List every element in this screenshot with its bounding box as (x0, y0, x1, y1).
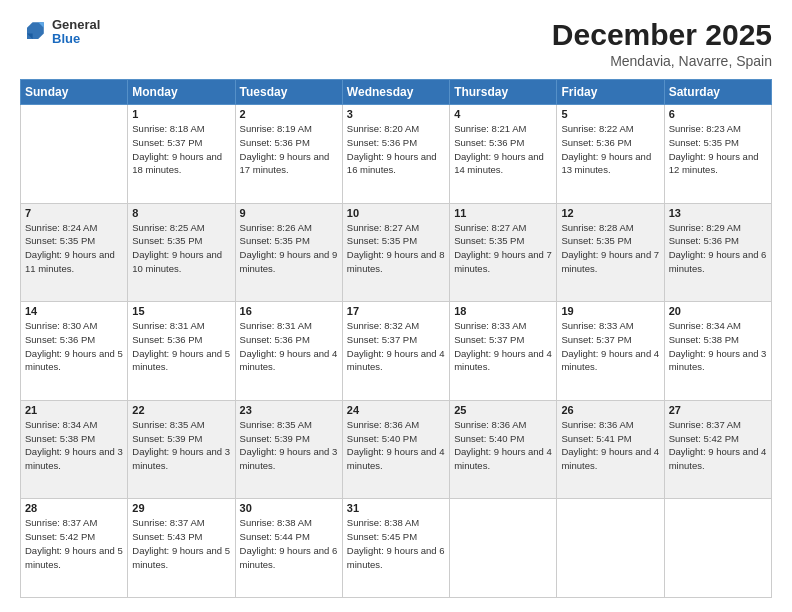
day-number: 8 (132, 207, 230, 219)
col-tuesday: Tuesday (235, 80, 342, 105)
day-info: Sunrise: 8:37 AMSunset: 5:42 PMDaylight:… (25, 516, 123, 571)
table-row: 14 Sunrise: 8:30 AMSunset: 5:36 PMDaylig… (21, 302, 128, 401)
col-wednesday: Wednesday (342, 80, 449, 105)
table-row: 12 Sunrise: 8:28 AMSunset: 5:35 PMDaylig… (557, 203, 664, 302)
header: General Blue December 2025 Mendavia, Nav… (20, 18, 772, 69)
day-number: 27 (669, 404, 767, 416)
day-info: Sunrise: 8:18 AMSunset: 5:37 PMDaylight:… (132, 122, 230, 177)
day-info: Sunrise: 8:26 AMSunset: 5:35 PMDaylight:… (240, 221, 338, 276)
table-row: 29 Sunrise: 8:37 AMSunset: 5:43 PMDaylig… (128, 499, 235, 598)
table-row: 5 Sunrise: 8:22 AMSunset: 5:36 PMDayligh… (557, 105, 664, 204)
day-number: 29 (132, 502, 230, 514)
calendar-week-5: 28 Sunrise: 8:37 AMSunset: 5:42 PMDaylig… (21, 499, 772, 598)
day-info: Sunrise: 8:31 AMSunset: 5:36 PMDaylight:… (240, 319, 338, 374)
day-number: 4 (454, 108, 552, 120)
day-info: Sunrise: 8:35 AMSunset: 5:39 PMDaylight:… (132, 418, 230, 473)
day-info: Sunrise: 8:37 AMSunset: 5:42 PMDaylight:… (669, 418, 767, 473)
day-info: Sunrise: 8:35 AMSunset: 5:39 PMDaylight:… (240, 418, 338, 473)
logo-text: General Blue (52, 18, 100, 47)
table-row: 13 Sunrise: 8:29 AMSunset: 5:36 PMDaylig… (664, 203, 771, 302)
calendar-week-1: 1 Sunrise: 8:18 AMSunset: 5:37 PMDayligh… (21, 105, 772, 204)
day-info: Sunrise: 8:34 AMSunset: 5:38 PMDaylight:… (25, 418, 123, 473)
day-info: Sunrise: 8:20 AMSunset: 5:36 PMDaylight:… (347, 122, 445, 177)
title-section: December 2025 Mendavia, Navarre, Spain (552, 18, 772, 69)
table-row: 7 Sunrise: 8:24 AMSunset: 5:35 PMDayligh… (21, 203, 128, 302)
day-info: Sunrise: 8:22 AMSunset: 5:36 PMDaylight:… (561, 122, 659, 177)
day-number: 7 (25, 207, 123, 219)
table-row: 8 Sunrise: 8:25 AMSunset: 5:35 PMDayligh… (128, 203, 235, 302)
day-info: Sunrise: 8:27 AMSunset: 5:35 PMDaylight:… (347, 221, 445, 276)
day-number: 31 (347, 502, 445, 514)
day-number: 25 (454, 404, 552, 416)
day-number: 15 (132, 305, 230, 317)
col-friday: Friday (557, 80, 664, 105)
page: General Blue December 2025 Mendavia, Nav… (0, 0, 792, 612)
day-number: 1 (132, 108, 230, 120)
day-info: Sunrise: 8:36 AMSunset: 5:40 PMDaylight:… (347, 418, 445, 473)
day-info: Sunrise: 8:32 AMSunset: 5:37 PMDaylight:… (347, 319, 445, 374)
table-row: 20 Sunrise: 8:34 AMSunset: 5:38 PMDaylig… (664, 302, 771, 401)
day-number: 17 (347, 305, 445, 317)
table-row (664, 499, 771, 598)
table-row: 18 Sunrise: 8:33 AMSunset: 5:37 PMDaylig… (450, 302, 557, 401)
day-number: 28 (25, 502, 123, 514)
logo-line1: General (52, 18, 100, 32)
day-info: Sunrise: 8:33 AMSunset: 5:37 PMDaylight:… (561, 319, 659, 374)
day-info: Sunrise: 8:19 AMSunset: 5:36 PMDaylight:… (240, 122, 338, 177)
day-number: 22 (132, 404, 230, 416)
col-saturday: Saturday (664, 80, 771, 105)
table-row: 24 Sunrise: 8:36 AMSunset: 5:40 PMDaylig… (342, 400, 449, 499)
col-monday: Monday (128, 80, 235, 105)
day-number: 19 (561, 305, 659, 317)
day-info: Sunrise: 8:28 AMSunset: 5:35 PMDaylight:… (561, 221, 659, 276)
page-subtitle: Mendavia, Navarre, Spain (552, 53, 772, 69)
table-row: 17 Sunrise: 8:32 AMSunset: 5:37 PMDaylig… (342, 302, 449, 401)
day-number: 6 (669, 108, 767, 120)
table-row: 10 Sunrise: 8:27 AMSunset: 5:35 PMDaylig… (342, 203, 449, 302)
day-number: 12 (561, 207, 659, 219)
day-number: 16 (240, 305, 338, 317)
day-number: 30 (240, 502, 338, 514)
table-row: 23 Sunrise: 8:35 AMSunset: 5:39 PMDaylig… (235, 400, 342, 499)
day-info: Sunrise: 8:23 AMSunset: 5:35 PMDaylight:… (669, 122, 767, 177)
table-row: 6 Sunrise: 8:23 AMSunset: 5:35 PMDayligh… (664, 105, 771, 204)
day-number: 9 (240, 207, 338, 219)
calendar-week-4: 21 Sunrise: 8:34 AMSunset: 5:38 PMDaylig… (21, 400, 772, 499)
table-row (21, 105, 128, 204)
day-info: Sunrise: 8:33 AMSunset: 5:37 PMDaylight:… (454, 319, 552, 374)
day-number: 26 (561, 404, 659, 416)
table-row: 25 Sunrise: 8:36 AMSunset: 5:40 PMDaylig… (450, 400, 557, 499)
table-row: 15 Sunrise: 8:31 AMSunset: 5:36 PMDaylig… (128, 302, 235, 401)
table-row: 30 Sunrise: 8:38 AMSunset: 5:44 PMDaylig… (235, 499, 342, 598)
day-info: Sunrise: 8:37 AMSunset: 5:43 PMDaylight:… (132, 516, 230, 571)
table-row: 27 Sunrise: 8:37 AMSunset: 5:42 PMDaylig… (664, 400, 771, 499)
col-thursday: Thursday (450, 80, 557, 105)
day-number: 24 (347, 404, 445, 416)
day-number: 13 (669, 207, 767, 219)
day-number: 18 (454, 305, 552, 317)
day-number: 23 (240, 404, 338, 416)
day-number: 5 (561, 108, 659, 120)
day-number: 2 (240, 108, 338, 120)
day-info: Sunrise: 8:36 AMSunset: 5:41 PMDaylight:… (561, 418, 659, 473)
table-row: 22 Sunrise: 8:35 AMSunset: 5:39 PMDaylig… (128, 400, 235, 499)
table-row: 1 Sunrise: 8:18 AMSunset: 5:37 PMDayligh… (128, 105, 235, 204)
day-number: 11 (454, 207, 552, 219)
logo: General Blue (20, 18, 100, 47)
table-row: 31 Sunrise: 8:38 AMSunset: 5:45 PMDaylig… (342, 499, 449, 598)
day-info: Sunrise: 8:25 AMSunset: 5:35 PMDaylight:… (132, 221, 230, 276)
table-row: 9 Sunrise: 8:26 AMSunset: 5:35 PMDayligh… (235, 203, 342, 302)
table-row: 28 Sunrise: 8:37 AMSunset: 5:42 PMDaylig… (21, 499, 128, 598)
day-info: Sunrise: 8:21 AMSunset: 5:36 PMDaylight:… (454, 122, 552, 177)
table-row: 21 Sunrise: 8:34 AMSunset: 5:38 PMDaylig… (21, 400, 128, 499)
day-info: Sunrise: 8:27 AMSunset: 5:35 PMDaylight:… (454, 221, 552, 276)
calendar-table: Sunday Monday Tuesday Wednesday Thursday… (20, 79, 772, 598)
header-row: Sunday Monday Tuesday Wednesday Thursday… (21, 80, 772, 105)
day-number: 21 (25, 404, 123, 416)
day-info: Sunrise: 8:34 AMSunset: 5:38 PMDaylight:… (669, 319, 767, 374)
calendar-week-2: 7 Sunrise: 8:24 AMSunset: 5:35 PMDayligh… (21, 203, 772, 302)
calendar-week-3: 14 Sunrise: 8:30 AMSunset: 5:36 PMDaylig… (21, 302, 772, 401)
logo-icon (20, 18, 48, 46)
table-row: 3 Sunrise: 8:20 AMSunset: 5:36 PMDayligh… (342, 105, 449, 204)
day-info: Sunrise: 8:30 AMSunset: 5:36 PMDaylight:… (25, 319, 123, 374)
